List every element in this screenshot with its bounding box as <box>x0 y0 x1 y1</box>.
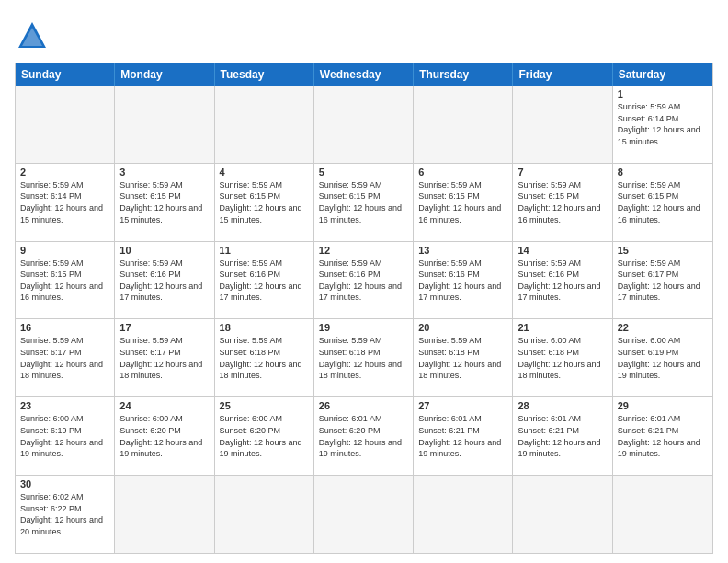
calendar-day-cell: 20Sunrise: 5:59 AM Sunset: 6:18 PM Dayli… <box>414 319 513 396</box>
calendar-day-cell <box>115 476 214 553</box>
calendar-day-cell: 11Sunrise: 5:59 AM Sunset: 6:16 PM Dayli… <box>215 242 314 319</box>
day-info: Sunrise: 5:59 AM Sunset: 6:15 PM Dayligh… <box>319 179 408 225</box>
day-info: Sunrise: 5:59 AM Sunset: 6:16 PM Dayligh… <box>119 258 209 304</box>
calendar-day-cell <box>115 86 214 163</box>
day-number: 27 <box>418 400 507 411</box>
calendar-day-cell: 21Sunrise: 6:00 AM Sunset: 6:18 PM Dayli… <box>513 319 612 396</box>
calendar-day-cell <box>513 476 612 553</box>
calendar-header-cell: Friday <box>513 63 612 86</box>
calendar-day-cell: 6Sunrise: 5:59 AM Sunset: 6:15 PM Daylig… <box>414 164 513 241</box>
calendar-week-row: 1Sunrise: 5:59 AM Sunset: 6:14 PM Daylig… <box>16 86 712 163</box>
calendar-day-cell: 14Sunrise: 5:59 AM Sunset: 6:16 PM Dayli… <box>513 242 612 319</box>
calendar-header-cell: Tuesday <box>215 63 314 86</box>
day-info: Sunrise: 5:59 AM Sunset: 6:17 PM Dayligh… <box>119 335 209 381</box>
calendar-week-row: 2Sunrise: 5:59 AM Sunset: 6:14 PM Daylig… <box>16 163 712 241</box>
calendar-day-cell: 27Sunrise: 6:01 AM Sunset: 6:21 PM Dayli… <box>414 397 513 475</box>
day-info: Sunrise: 5:59 AM Sunset: 6:16 PM Dayligh… <box>518 258 607 304</box>
day-info: Sunrise: 5:59 AM Sunset: 6:17 PM Dayligh… <box>618 258 708 304</box>
day-number: 4 <box>220 167 309 178</box>
calendar-day-cell: 13Sunrise: 5:59 AM Sunset: 6:16 PM Dayli… <box>414 242 513 319</box>
calendar-body: 1Sunrise: 5:59 AM Sunset: 6:14 PM Daylig… <box>16 86 712 553</box>
day-number: 16 <box>20 322 109 333</box>
calendar-day-cell: 8Sunrise: 5:59 AM Sunset: 6:15 PM Daylig… <box>613 164 712 241</box>
day-number: 5 <box>319 167 408 178</box>
logo-icon <box>15 18 50 53</box>
day-info: Sunrise: 6:00 AM Sunset: 6:20 PM Dayligh… <box>119 413 209 459</box>
calendar-day-cell <box>314 476 414 553</box>
day-number: 19 <box>319 322 408 333</box>
calendar: SundayMondayTuesdayWednesdayThursdayFrid… <box>15 63 713 554</box>
day-number: 15 <box>618 245 708 256</box>
day-number: 20 <box>418 322 507 333</box>
day-info: Sunrise: 5:59 AM Sunset: 6:15 PM Dayligh… <box>618 179 708 225</box>
day-info: Sunrise: 5:59 AM Sunset: 6:18 PM Dayligh… <box>220 335 309 381</box>
calendar-header-row: SundayMondayTuesdayWednesdayThursdayFrid… <box>16 63 712 86</box>
calendar-day-cell <box>513 86 612 163</box>
day-info: Sunrise: 5:59 AM Sunset: 6:15 PM Dayligh… <box>518 179 607 225</box>
calendar-day-cell: 9Sunrise: 5:59 AM Sunset: 6:15 PM Daylig… <box>16 242 115 319</box>
calendar-week-row: 30Sunrise: 6:02 AM Sunset: 6:22 PM Dayli… <box>16 475 712 553</box>
day-info: Sunrise: 6:00 AM Sunset: 6:18 PM Dayligh… <box>518 335 607 381</box>
calendar-day-cell: 24Sunrise: 6:00 AM Sunset: 6:20 PM Dayli… <box>115 397 214 475</box>
calendar-week-row: 9Sunrise: 5:59 AM Sunset: 6:15 PM Daylig… <box>16 241 712 319</box>
calendar-day-cell: 26Sunrise: 6:01 AM Sunset: 6:20 PM Dayli… <box>314 397 414 475</box>
calendar-day-cell: 23Sunrise: 6:00 AM Sunset: 6:19 PM Dayli… <box>16 397 115 475</box>
calendar-day-cell <box>215 476 314 553</box>
calendar-header-cell: Sunday <box>16 63 115 86</box>
calendar-header-cell: Wednesday <box>314 63 414 86</box>
calendar-day-cell: 19Sunrise: 5:59 AM Sunset: 6:18 PM Dayli… <box>314 319 414 396</box>
day-number: 8 <box>618 167 708 178</box>
calendar-day-cell: 15Sunrise: 5:59 AM Sunset: 6:17 PM Dayli… <box>613 242 712 319</box>
day-info: Sunrise: 5:59 AM Sunset: 6:16 PM Dayligh… <box>319 258 408 304</box>
day-number: 14 <box>518 245 607 256</box>
calendar-day-cell: 22Sunrise: 6:00 AM Sunset: 6:19 PM Dayli… <box>613 319 712 396</box>
day-number: 3 <box>119 167 209 178</box>
day-number: 12 <box>319 245 408 256</box>
day-number: 26 <box>319 400 408 411</box>
day-number: 22 <box>618 322 708 333</box>
calendar-day-cell: 17Sunrise: 5:59 AM Sunset: 6:17 PM Dayli… <box>115 319 214 396</box>
calendar-day-cell: 30Sunrise: 6:02 AM Sunset: 6:22 PM Dayli… <box>16 476 115 553</box>
day-info: Sunrise: 5:59 AM Sunset: 6:18 PM Dayligh… <box>319 335 408 381</box>
day-info: Sunrise: 5:59 AM Sunset: 6:15 PM Dayligh… <box>220 179 309 225</box>
day-number: 23 <box>20 400 109 411</box>
day-info: Sunrise: 5:59 AM Sunset: 6:16 PM Dayligh… <box>220 258 309 304</box>
calendar-day-cell: 25Sunrise: 6:00 AM Sunset: 6:20 PM Dayli… <box>215 397 314 475</box>
calendar-day-cell: 5Sunrise: 5:59 AM Sunset: 6:15 PM Daylig… <box>314 164 414 241</box>
day-number: 17 <box>119 322 209 333</box>
calendar-day-cell <box>314 86 414 163</box>
day-number: 2 <box>20 167 109 178</box>
day-info: Sunrise: 5:59 AM Sunset: 6:17 PM Dayligh… <box>20 335 109 381</box>
calendar-week-row: 23Sunrise: 6:00 AM Sunset: 6:19 PM Dayli… <box>16 396 712 475</box>
calendar-day-cell <box>613 476 712 553</box>
calendar-day-cell: 29Sunrise: 6:01 AM Sunset: 6:21 PM Dayli… <box>613 397 712 475</box>
day-info: Sunrise: 5:59 AM Sunset: 6:14 PM Dayligh… <box>618 101 708 147</box>
day-number: 28 <box>518 400 607 411</box>
day-info: Sunrise: 6:01 AM Sunset: 6:20 PM Dayligh… <box>319 413 408 459</box>
day-info: Sunrise: 6:01 AM Sunset: 6:21 PM Dayligh… <box>618 413 708 459</box>
day-number: 10 <box>119 245 209 256</box>
generalblue-logo-svg <box>15 18 50 53</box>
calendar-day-cell <box>16 86 115 163</box>
calendar-day-cell: 3Sunrise: 5:59 AM Sunset: 6:15 PM Daylig… <box>115 164 214 241</box>
calendar-header-cell: Thursday <box>414 63 513 86</box>
calendar-day-cell: 7Sunrise: 5:59 AM Sunset: 6:15 PM Daylig… <box>513 164 612 241</box>
day-number: 7 <box>518 167 607 178</box>
day-info: Sunrise: 6:01 AM Sunset: 6:21 PM Dayligh… <box>518 413 607 459</box>
day-info: Sunrise: 6:00 AM Sunset: 6:19 PM Dayligh… <box>20 413 109 459</box>
calendar-header-cell: Saturday <box>613 63 712 86</box>
day-info: Sunrise: 6:00 AM Sunset: 6:20 PM Dayligh… <box>220 413 309 459</box>
calendar-day-cell: 18Sunrise: 5:59 AM Sunset: 6:18 PM Dayli… <box>215 319 314 396</box>
day-info: Sunrise: 5:59 AM Sunset: 6:16 PM Dayligh… <box>418 258 507 304</box>
calendar-day-cell: 16Sunrise: 5:59 AM Sunset: 6:17 PM Dayli… <box>16 319 115 396</box>
day-info: Sunrise: 6:00 AM Sunset: 6:19 PM Dayligh… <box>618 335 708 381</box>
day-info: Sunrise: 6:02 AM Sunset: 6:22 PM Dayligh… <box>20 491 109 537</box>
day-number: 18 <box>220 322 309 333</box>
day-number: 21 <box>518 322 607 333</box>
day-info: Sunrise: 5:59 AM Sunset: 6:15 PM Dayligh… <box>119 179 209 225</box>
calendar-header-cell: Monday <box>115 63 214 86</box>
calendar-week-row: 16Sunrise: 5:59 AM Sunset: 6:17 PM Dayli… <box>16 318 712 396</box>
day-info: Sunrise: 5:59 AM Sunset: 6:14 PM Dayligh… <box>20 179 109 225</box>
calendar-day-cell <box>414 476 513 553</box>
day-number: 29 <box>618 400 708 411</box>
